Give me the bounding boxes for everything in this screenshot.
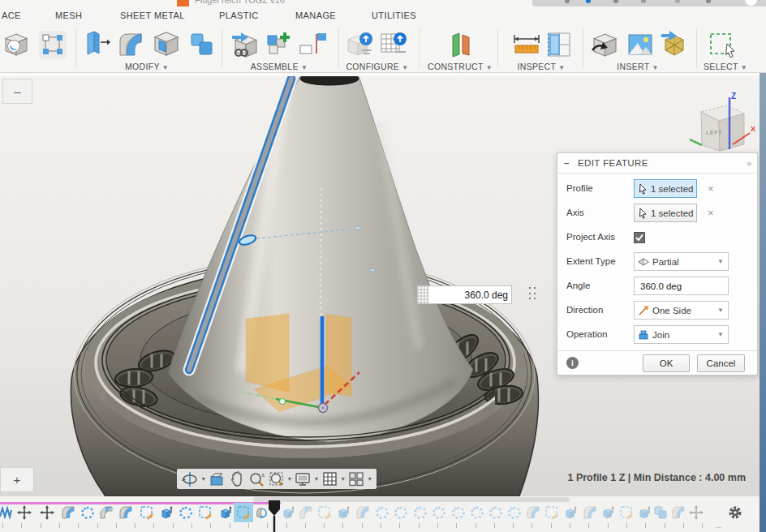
floating-angle-input[interactable] xyxy=(417,285,512,304)
timeline-scrollbar[interactable] xyxy=(253,497,570,502)
timeline-feature-extrude[interactable] xyxy=(563,505,578,520)
ok-button[interactable]: OK xyxy=(643,354,690,372)
canvas-icon[interactable] xyxy=(625,29,656,60)
tab-icon[interactable] xyxy=(565,0,570,3)
timeline-feature-fillet[interactable] xyxy=(671,505,686,520)
timeline-feature-sketch[interactable] xyxy=(317,505,332,520)
timeline-feature-extrude[interactable] xyxy=(281,505,295,520)
view-cube[interactable]: Z LEFT X xyxy=(688,83,761,157)
timeline-feature-sketch[interactable] xyxy=(236,505,251,520)
viewport[interactable]: – + Z LEFT X ▼±▼▼▼▼ 1 Profile 1 Z | Min … xyxy=(0,73,766,496)
construct-plane-icon[interactable] xyxy=(446,29,477,60)
rigid-group-icon[interactable] xyxy=(297,29,328,60)
timeline-feature-extrude[interactable] xyxy=(600,505,615,520)
timeline-feature-pattern[interactable] xyxy=(451,505,466,520)
toolbar-group-construct[interactable]: CONSTRUCT ▼ xyxy=(428,62,493,71)
configure-icon[interactable] xyxy=(346,29,377,60)
operation-select[interactable]: Join ▼ xyxy=(634,325,729,344)
shell-icon[interactable] xyxy=(151,29,182,60)
angle-input[interactable] xyxy=(634,277,729,295)
menu-tab-manage[interactable]: MANAGE xyxy=(295,11,336,20)
timeline-feature-extrude[interactable] xyxy=(218,505,233,520)
timeline-feature-sketch[interactable] xyxy=(619,505,634,520)
timeline-feature-move[interactable] xyxy=(17,505,32,520)
tab-icon[interactable] xyxy=(675,0,680,3)
zoom-icon[interactable]: ± xyxy=(247,471,266,487)
avatar[interactable] xyxy=(745,0,757,6)
info-icon[interactable]: i xyxy=(566,357,579,369)
timeline-feature-pattern[interactable] xyxy=(179,505,193,520)
timeline-feature-fillet[interactable] xyxy=(583,505,597,520)
menu-tab-plastic[interactable]: PLASTIC xyxy=(219,11,259,20)
project-axis-checkbox[interactable] xyxy=(634,232,645,243)
insert-mesh-icon[interactable] xyxy=(659,29,690,60)
angle-manipulator-input[interactable] xyxy=(428,285,512,304)
menu-tab-ace[interactable]: ACE xyxy=(2,11,21,20)
dialog-header[interactable]: – EDIT FEATURE ›› xyxy=(557,153,757,174)
display-settings-icon[interactable] xyxy=(293,471,312,487)
timeline-feature-sketch[interactable] xyxy=(140,505,154,520)
fillet-icon[interactable] xyxy=(115,29,146,60)
timeline-feature-form[interactable] xyxy=(0,505,13,520)
timeline-feature-chamfer[interactable] xyxy=(299,505,313,520)
kebab-menu-icon[interactable] xyxy=(529,287,536,302)
profile-selection-button[interactable]: 1 selected xyxy=(634,179,697,198)
timeline-feature-pattern[interactable] xyxy=(507,505,522,520)
timeline-feature-sketch[interactable] xyxy=(544,505,559,520)
profile-clear-icon[interactable]: × xyxy=(708,182,714,195)
caret-down-icon[interactable]: ▼ xyxy=(313,476,320,482)
tab-icon[interactable] xyxy=(706,0,711,3)
timeline-feature-sketch[interactable] xyxy=(198,505,213,520)
insert-derive-icon[interactable] xyxy=(589,29,620,60)
tab-icon[interactable] xyxy=(586,0,591,3)
browser-tab-strip[interactable] xyxy=(532,0,766,6)
tab-icon[interactable] xyxy=(641,0,646,3)
caret-down-icon[interactable]: ▼ xyxy=(286,476,293,482)
measure-icon[interactable] xyxy=(511,29,542,60)
browser-expand-button[interactable]: + xyxy=(0,467,34,492)
grid-icon[interactable] xyxy=(320,471,339,487)
expand-chevrons-icon[interactable]: ›› xyxy=(747,159,751,168)
press-pull-icon[interactable] xyxy=(81,29,112,60)
orbit-icon[interactable] xyxy=(180,471,200,487)
timeline-feature-extrude[interactable] xyxy=(159,505,174,520)
extent-type-select[interactable]: Partial ▼ xyxy=(634,252,729,271)
caret-down-icon[interactable]: ▼ xyxy=(367,476,373,482)
timeline-feature-pattern[interactable] xyxy=(432,505,446,520)
timeline-feature-move[interactable] xyxy=(689,505,704,520)
hole-icon[interactable] xyxy=(2,29,32,60)
toolbar-group-modify[interactable]: MODIFY ▼ xyxy=(125,62,169,71)
select-icon[interactable] xyxy=(708,29,738,60)
timeline-feature-chamfer[interactable] xyxy=(99,505,114,520)
combine-icon[interactable] xyxy=(187,29,217,60)
box-select-icon[interactable] xyxy=(37,29,68,60)
timeline-feature-pattern[interactable] xyxy=(413,505,428,520)
axis-clear-icon[interactable]: × xyxy=(708,207,714,219)
browser-collapse-button[interactable]: – xyxy=(2,79,32,104)
timeline-feature-fillet[interactable] xyxy=(526,505,540,520)
timeline-feature-revolve[interactable] xyxy=(254,505,269,520)
menu-tab-mesh[interactable]: MESH xyxy=(55,11,82,20)
timeline-settings-gear-icon[interactable] xyxy=(728,505,742,520)
toolbar-group-configure[interactable]: CONFIGURE ▼ xyxy=(346,62,408,71)
drag-handle[interactable] xyxy=(417,285,428,304)
timeline-feature-fillet[interactable] xyxy=(61,505,75,520)
caret-down-icon[interactable]: ▼ xyxy=(340,476,346,482)
direction-select[interactable]: One Side ▼ xyxy=(634,301,729,320)
timeline-feature-extrude[interactable] xyxy=(637,505,652,520)
pan-icon[interactable] xyxy=(226,471,246,487)
new-component-icon[interactable] xyxy=(263,29,294,60)
look-at-icon[interactable] xyxy=(207,471,226,487)
toolbar-group-select[interactable]: SELECT ▼ xyxy=(704,62,747,71)
timeline-feature-fillet[interactable] xyxy=(355,505,370,520)
menu-tab-sheet-metal[interactable]: SHEET METAL xyxy=(120,11,185,20)
timeline-feature-fillet[interactable] xyxy=(118,505,133,520)
timeline-feature-pattern[interactable] xyxy=(488,505,503,520)
timeline-feature-move[interactable] xyxy=(40,505,54,520)
menu-tab-utilities[interactable]: UTILITIES xyxy=(372,11,416,20)
configuration-table-icon[interactable] xyxy=(378,29,409,60)
axis-selection-button[interactable]: 1 selected xyxy=(634,204,697,222)
timeline-feature-pattern[interactable] xyxy=(80,505,95,520)
viewports-icon[interactable] xyxy=(346,471,366,487)
joint-icon[interactable] xyxy=(229,29,260,60)
